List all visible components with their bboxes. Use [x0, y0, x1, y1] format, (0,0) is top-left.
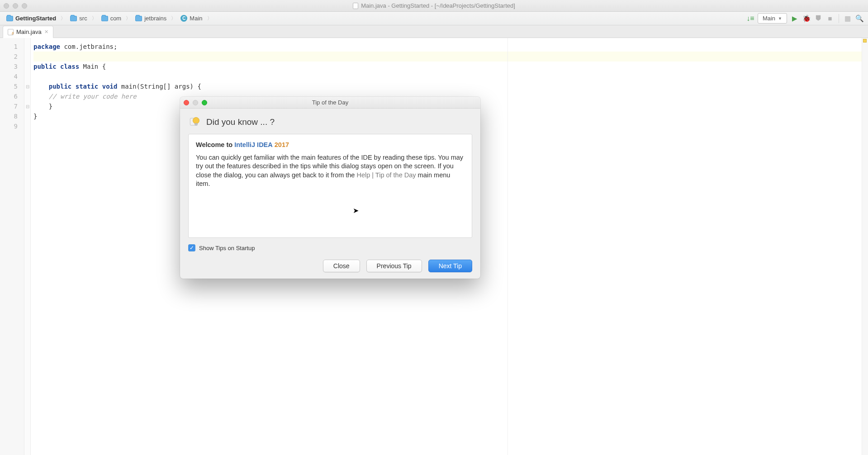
- chevron-right-icon: 〉: [92, 15, 97, 22]
- svg-rect-2: [195, 123, 197, 125]
- fold-toggle-icon[interactable]: ⊟: [24, 101, 30, 111]
- tab-main-java[interactable]: Main.java ✕: [3, 26, 53, 38]
- line-number: 1: [0, 42, 24, 52]
- line-number: 5: [0, 81, 24, 91]
- dialog-title: Tip of the Day: [180, 99, 480, 106]
- folder-icon: [101, 16, 108, 21]
- line-number: 7: [0, 101, 24, 111]
- dialog-heading: Did you know ... ?: [206, 117, 275, 127]
- code-token: com.jetbrains;: [60, 43, 117, 50]
- error-stripe: [862, 38, 868, 455]
- toolbar-separator: [839, 14, 839, 23]
- tip-year: 2017: [275, 141, 289, 148]
- code-token: public static void: [33, 83, 117, 90]
- close-button[interactable]: Close: [323, 260, 360, 272]
- line-number: 2: [0, 52, 24, 62]
- app-titlebar: Main.java - GettingStarted - [~/IdeaProj…: [0, 0, 868, 12]
- tab-label: Main.java: [16, 28, 42, 35]
- search-icon[interactable]: 🔍: [855, 14, 863, 23]
- code-token: }: [33, 113, 37, 120]
- svg-point-1: [193, 118, 199, 124]
- chevron-down-icon: ▼: [778, 16, 782, 21]
- tip-menu-hint: Help | Tip of the Day: [356, 171, 416, 179]
- breadcrumb-src[interactable]: src: [68, 14, 89, 23]
- fold-toggle-icon[interactable]: ⊟: [24, 81, 30, 91]
- breadcrumb-jetbrains[interactable]: jetbrains: [133, 14, 168, 23]
- previous-tip-button[interactable]: Previous Tip: [366, 260, 422, 272]
- next-tip-button[interactable]: Next Tip: [428, 260, 472, 272]
- code-comment: // write your code here: [33, 93, 137, 100]
- folder-icon: [70, 16, 77, 21]
- line-number: 6: [0, 91, 24, 101]
- tip-brand: IntelliJ IDEA: [234, 141, 273, 148]
- code-token: main(String[] args) {: [117, 83, 201, 90]
- chevron-right-icon: 〉: [61, 15, 66, 22]
- chevron-right-icon: 〉: [207, 15, 212, 22]
- line-gutter: 1 2 3 4 5 6 7 8 9: [0, 38, 24, 455]
- tip-welcome-text: Welcome to: [196, 141, 234, 148]
- run-config-selector[interactable]: Main ▼: [758, 13, 787, 24]
- make-project-icon[interactable]: ↓≡: [747, 15, 754, 22]
- lightbulb-icon: [188, 116, 201, 128]
- line-number: 8: [0, 111, 24, 121]
- code-token: public class: [33, 63, 79, 70]
- class-icon: C: [180, 15, 187, 22]
- window-title-text: Main.java - GettingStarted - [~/IdeaProj…: [361, 2, 515, 9]
- breadcrumb-label: jetbrains: [144, 15, 166, 22]
- toolbar-right: ↓≡ Main ▼ ▶ 🐞 ⛊ ■ ▦ 🔍: [747, 13, 863, 24]
- code-token: package: [33, 43, 60, 50]
- right-margin: [508, 38, 508, 455]
- breadcrumb: GettingStarted 〉 src 〉 com 〉 jetbrains 〉…: [5, 14, 213, 23]
- main-toolbar: GettingStarted 〉 src 〉 com 〉 jetbrains 〉…: [0, 12, 868, 25]
- breadcrumb-label: src: [79, 15, 87, 22]
- file-icon: [353, 3, 358, 9]
- show-tips-label: Show Tips on Startup: [199, 245, 255, 251]
- code-token: }: [33, 103, 52, 110]
- window-title: Main.java - GettingStarted - [~/IdeaProj…: [0, 2, 868, 9]
- show-tips-checkbox[interactable]: ✓: [188, 244, 195, 251]
- debug-icon[interactable]: 🐞: [802, 14, 811, 23]
- dialog-body: Did you know ... ? Welcome to IntelliJ I…: [180, 109, 480, 279]
- caret-line: [33, 52, 862, 62]
- chevron-right-icon: 〉: [171, 15, 176, 22]
- close-tab-icon[interactable]: ✕: [44, 29, 48, 35]
- breadcrumb-project[interactable]: GettingStarted: [5, 14, 58, 23]
- line-number: 4: [0, 71, 24, 81]
- editor-tabs: Main.java ✕: [0, 25, 868, 38]
- tip-of-the-day-dialog: Tip of the Day Did you know ... ? Welcom…: [180, 97, 480, 279]
- java-file-icon: [8, 29, 14, 35]
- line-number: 9: [0, 121, 24, 131]
- fold-column: ⊟ ⊟: [24, 38, 31, 455]
- line-number: 3: [0, 62, 24, 71]
- run-icon[interactable]: ▶: [791, 14, 799, 23]
- breadcrumb-label: Main: [190, 15, 202, 22]
- breadcrumb-class[interactable]: C Main: [179, 14, 204, 23]
- mouse-cursor-icon: ➤: [353, 206, 359, 215]
- folder-icon: [6, 16, 13, 21]
- breadcrumb-com[interactable]: com: [100, 14, 123, 23]
- run-config-label: Main: [763, 15, 775, 22]
- coverage-icon[interactable]: ⛊: [814, 14, 822, 23]
- breadcrumb-label: GettingStarted: [15, 15, 56, 22]
- stop-icon[interactable]: ■: [826, 14, 834, 23]
- dialog-titlebar[interactable]: Tip of the Day: [180, 97, 480, 109]
- code-token: Main {: [79, 63, 106, 70]
- tip-content: Welcome to IntelliJ IDEA 2017 You can qu…: [188, 134, 472, 238]
- folder-icon: [135, 16, 142, 21]
- chevron-right-icon: 〉: [126, 15, 131, 22]
- inspection-indicator-icon[interactable]: [863, 39, 867, 43]
- project-structure-icon[interactable]: ▦: [844, 14, 852, 23]
- breadcrumb-label: com: [110, 15, 122, 22]
